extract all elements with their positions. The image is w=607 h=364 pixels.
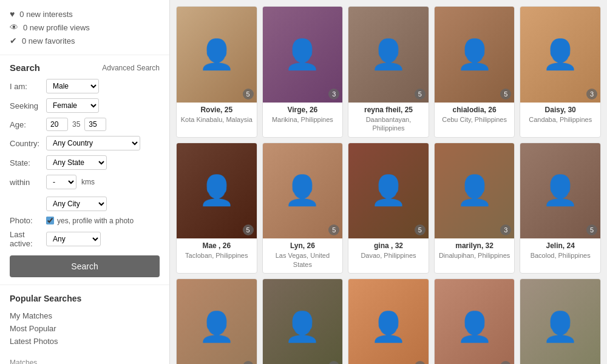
profile-badge: 5 — [243, 89, 254, 99]
search-title: Search — [10, 62, 40, 73]
state-select[interactable]: Any State — [46, 155, 107, 170]
profile-avatar: 👤 — [177, 143, 257, 239]
profile-card[interactable]: 👤5Lyn, 26Las Vegas, United States — [262, 143, 344, 274]
seeking-select[interactable]: Female Male — [46, 98, 99, 113]
profile-info: Lyn, 26Las Vegas, United States — [263, 238, 343, 273]
profile-badge: 5 — [243, 224, 254, 235]
profile-avatar: 👤 — [520, 279, 600, 364]
i-am-label: I am: — [10, 82, 46, 91]
profile-avatar: 👤 — [177, 7, 257, 103]
profile-image-wrap: 👤5 — [177, 143, 257, 239]
profile-name: gina , 32 — [352, 241, 425, 250]
profile-card[interactable]: 👤Michelle, 21San Remigio, Philippines — [520, 278, 601, 364]
profile-info: Daisy, 30Candaba, Philippines — [520, 103, 600, 128]
matches-count-label: Matches — [0, 356, 169, 364]
city-select[interactable]: Any City — [46, 197, 107, 211]
profile-avatar: 👤 — [435, 279, 515, 364]
profile-location: Las Vegas, United States — [266, 251, 339, 269]
advanced-search-link[interactable]: Advanced Search — [102, 64, 160, 72]
country-row: Country: Any Country Philippines Malaysi… — [10, 136, 160, 150]
popular-searches-title: Popular Searches — [10, 294, 160, 303]
profile-image-wrap: 👤4 — [348, 279, 429, 364]
popular-searches-panel: Popular Searches My Matches Most Popular… — [0, 285, 169, 356]
last-active-row: Last active: Any Today This week This mo… — [10, 230, 160, 248]
profile-badge: 3 — [586, 89, 597, 99]
profile-card[interactable]: 👤3Virge, 26Marikina, Philippines — [262, 6, 344, 138]
interests-notif: ♥ 0 new interests — [10, 7, 160, 21]
profile-card[interactable]: 👤5Chriss, 25Manila, Philippines — [262, 278, 344, 364]
profile-location: Kota Kinabalu, Malaysia — [180, 115, 253, 124]
age-to-input[interactable] — [84, 118, 106, 131]
profile-avatar: 👤 — [520, 7, 600, 103]
seeking-row: Seeking Female Male — [10, 98, 160, 113]
profile-avatar: 👤 — [263, 279, 343, 364]
profile-image-wrap: 👤3 — [177, 279, 257, 364]
profile-card[interactable]: 👤5Rovie, 25Kota Kinabalu, Malaysia — [176, 6, 257, 138]
profile-info: gina , 32Davao, Philippines — [348, 238, 429, 264]
age-from-input[interactable] — [46, 118, 68, 131]
profile-image-wrap: 👤3 — [263, 7, 343, 103]
photo-row: Photo: yes, profile with a photo — [10, 216, 160, 225]
country-select[interactable]: Any Country Philippines Malaysia — [46, 136, 140, 150]
profile-card[interactable]: 👤5Mae , 26Tacloban, Philippines — [176, 143, 257, 274]
profile-card[interactable]: 👤3marilyn, 32Dinalupihan, Philippines — [434, 143, 515, 274]
profile-location: Tacloban, Philippines — [180, 251, 253, 260]
profile-avatar: 👤 — [348, 279, 429, 364]
most-popular-link[interactable]: Most Popular — [10, 322, 160, 335]
i-am-row: I am: Male Female — [10, 79, 160, 93]
my-matches-link[interactable]: My Matches — [10, 309, 160, 322]
profile-image-wrap: 👤5 — [348, 143, 429, 239]
profile-card[interactable]: 👤3Recylin, 30Angeles, Philippines — [176, 278, 257, 364]
latest-photos-link[interactable]: Latest Photos — [10, 335, 160, 348]
profile-badge: 3 — [328, 89, 339, 99]
profile-image-wrap: 👤3 — [520, 7, 600, 103]
profile-card[interactable]: 👤5Jelin, 24Bacolod, Philippines — [520, 143, 601, 274]
search-button[interactable]: Search — [10, 255, 160, 277]
last-active-select[interactable]: Any Today This week This month — [46, 232, 101, 246]
eye-icon: 👁 — [10, 22, 18, 32]
photo-checkbox[interactable] — [46, 217, 54, 224]
profile-image-wrap: 👤5 — [435, 7, 515, 103]
within-select[interactable]: - 10 25 50 100 — [46, 175, 76, 189]
profile-image-wrap: 👤5 — [263, 143, 343, 239]
profile-card[interactable]: 👤5chialodia, 26Cebu City, Philippines — [434, 6, 515, 138]
search-panel: Search Advanced Search I am: Male Female… — [0, 55, 169, 285]
i-am-select[interactable]: Male Female — [46, 79, 99, 93]
seeking-label: Seeking — [10, 101, 46, 110]
search-header: Search Advanced Search — [10, 62, 160, 73]
profile-image-wrap: 👤 — [520, 279, 600, 364]
age-label: Age: — [10, 120, 46, 129]
within-label: within — [10, 178, 46, 187]
profile-location: Dinalupihan, Philippines — [438, 251, 511, 260]
profile-info: marilyn, 32Dinalupihan, Philippines — [435, 238, 515, 264]
profile-info: reyna fheil, 25Daanbantayan, Philippines — [348, 103, 429, 137]
profile-card[interactable]: 👤5gina , 32Davao, Philippines — [348, 143, 429, 274]
profile-image-wrap: 👤5 — [263, 279, 343, 364]
city-row: Any City — [10, 194, 160, 211]
profile-name: chialodia, 26 — [438, 106, 511, 114]
profile-avatar: 👤 — [435, 7, 515, 103]
profile-card[interactable]: 👤5Ihory, 24Iloilo, Philippines — [434, 278, 515, 364]
profile-name: Jelin, 24 — [524, 241, 597, 250]
profile-info: Mae , 26Tacloban, Philippines — [177, 238, 257, 264]
profile-info: chialodia, 26Cebu City, Philippines — [435, 103, 515, 128]
sidebar: ♥ 0 new interests 👁 0 new profile views … — [0, 0, 170, 364]
profile-location: Daanbantayan, Philippines — [352, 115, 425, 133]
kms-label: kms — [81, 178, 95, 186]
profile-name: marilyn, 32 — [438, 241, 511, 250]
profile-card[interactable]: 👤3Daisy, 30Candaba, Philippines — [520, 6, 601, 138]
profile-avatar: 👤 — [177, 279, 257, 364]
profile-image-wrap: 👤5 — [520, 143, 600, 239]
profile-name: Lyn, 26 — [266, 241, 339, 250]
profile-avatar: 👤 — [435, 143, 515, 239]
favorites-notif: ✔ 0 new favorites — [10, 34, 160, 47]
profile-avatar: 👤 — [348, 143, 429, 239]
profile-card[interactable]: 👤4Honey , 32Paranaque, Philippines — [348, 278, 429, 364]
profile-badge: 5 — [415, 89, 426, 99]
photo-checkbox-label[interactable]: yes, profile with a photo — [46, 217, 134, 225]
last-active-label: Last active: — [10, 230, 46, 248]
profile-name: Daisy, 30 — [524, 106, 597, 114]
profile-info: Virge, 26Marikina, Philippines — [263, 103, 343, 128]
profile-avatar: 👤 — [263, 7, 343, 103]
profile-card[interactable]: 👤5reyna fheil, 25Daanbantayan, Philippin… — [348, 6, 429, 138]
